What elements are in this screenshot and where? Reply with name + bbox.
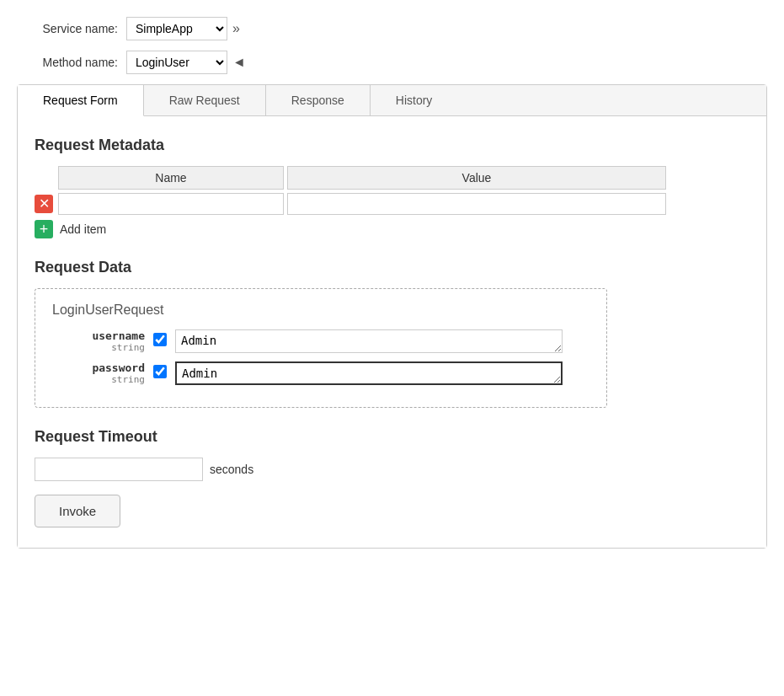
tab-history[interactable]: History [371,85,458,115]
metadata-row-0: ✕ [35,193,749,215]
metadata-col-name: Name [58,166,284,190]
timeout-section: Request Timeout seconds Invoke [35,428,749,527]
field-textarea-username[interactable]: Admin [175,329,563,353]
timeout-row: seconds [35,458,749,481]
metadata-name-input-0[interactable] [58,193,284,215]
tab-request-form[interactable]: Request Form [18,85,144,116]
field-name-password: password [52,361,145,374]
request-data-box: LoginUserRequest username string Admin p… [35,288,607,408]
field-name-username: username [52,329,145,342]
field-type-username: string [52,342,145,353]
tab-response[interactable]: Response [266,85,371,115]
add-item-btn[interactable]: + [35,220,53,238]
metadata-header-row: Name Value [35,166,749,190]
tab-content-request-form: Request Metadata Name Value ✕ + Add item… [18,116,766,548]
field-row-username: username string Admin [52,329,589,353]
method-name-label: Method name: [17,56,126,69]
request-data-section: Request Data LoginUserRequest username s… [35,259,749,408]
add-item-row: + Add item [35,220,749,238]
metadata-heading: Request Metadata [35,137,749,154]
invoke-btn[interactable]: Invoke [35,495,120,527]
field-type-password: string [52,374,145,385]
field-row-password: password string Admin [52,361,589,385]
service-name-row: Service name: SimpleApp » [17,17,767,40]
forward-arrow-btn[interactable]: » [227,21,245,36]
method-name-select[interactable]: LoginUser [126,51,227,74]
service-name-select[interactable]: SimpleApp [126,17,227,40]
service-name-label: Service name: [17,22,126,35]
request-data-heading: Request Data [35,259,749,276]
tab-raw-request[interactable]: Raw Request [144,85,266,115]
timeout-heading: Request Timeout [35,428,749,446]
timeout-input[interactable] [35,458,203,481]
field-checkbox-password[interactable] [153,365,167,378]
remove-metadata-row-0-btn[interactable]: ✕ [35,195,53,213]
seconds-label: seconds [210,463,253,476]
field-checkbox-username[interactable] [153,333,167,346]
method-name-row: Method name: LoginUser ◄ [17,51,767,74]
request-data-title: LoginUserRequest [52,302,589,318]
metadata-value-input-0[interactable] [287,193,666,215]
metadata-col-value: Value [287,166,666,190]
tab-bar: Request Form Raw Request Response Histor… [18,85,766,116]
tabs-container: Request Form Raw Request Response Histor… [17,84,767,549]
back-arrow-btn[interactable]: ◄ [227,55,251,70]
add-item-label: Add item [60,222,106,236]
field-textarea-password[interactable]: Admin [175,361,563,385]
